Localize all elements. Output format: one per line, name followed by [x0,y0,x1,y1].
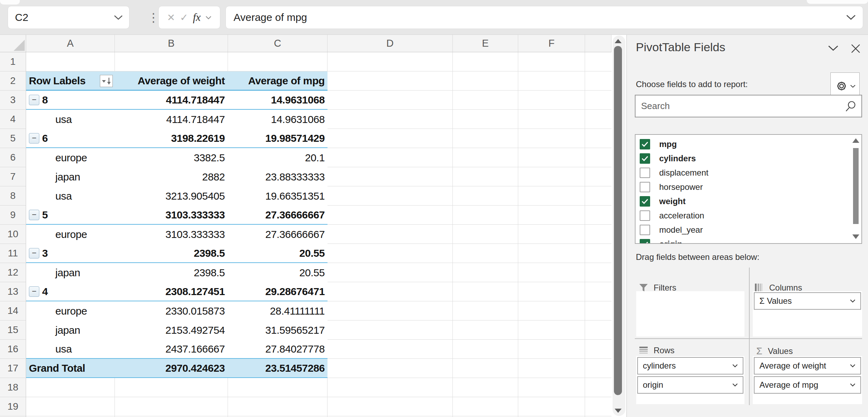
row-labels-filter-button[interactable] [100,75,113,87]
row-header-19[interactable]: 19 [0,397,26,416]
chevron-down-icon[interactable] [114,15,123,20]
scroll-up-icon[interactable] [615,39,622,43]
row-header-4[interactable]: 4 [0,110,26,129]
row-header-1[interactable]: 1 [0,52,26,71]
pivot-label-cell[interactable]: europe [26,301,115,321]
field-search-box[interactable] [635,95,862,117]
pivot-mpg-value[interactable]: 27.84027778 [228,340,328,358]
pivot-weight-value[interactable]: 2153.492754 [115,321,228,340]
field-item-origin[interactable]: origin [636,237,861,244]
pivot-mpg-value[interactable]: 27.36666667 [228,206,328,224]
unchecked-checkbox-icon[interactable] [640,210,650,221]
field-item-mpg[interactable]: mpg [636,137,861,151]
chevron-down-icon[interactable] [850,383,855,387]
column-header-C[interactable]: C [228,35,328,52]
name-box[interactable]: C2 [8,6,129,29]
pivot-label-cell[interactable]: usa [26,186,115,206]
collapse-pane-chevron-icon[interactable] [828,45,838,52]
cells-area[interactable]: Row Labels Average of weight Average of … [26,52,611,417]
scroll-up-icon[interactable] [852,138,859,143]
pivot-mpg-value[interactable]: 19.98571429 [228,129,328,147]
row-header-9[interactable]: 9 [0,206,26,225]
collapse-group-button[interactable]: − [29,133,39,144]
pivot-mpg-value[interactable]: 20.1 [228,148,328,167]
field-item-model_year[interactable]: model_year [636,223,861,237]
column-header-partial[interactable] [585,35,611,52]
chevron-down-icon[interactable] [850,299,855,303]
pivot-mpg-value[interactable]: 20.55 [228,244,328,262]
row-header-15[interactable]: 15 [0,321,26,340]
unchecked-checkbox-icon[interactable] [640,168,650,178]
scrollbar-thumb[interactable] [614,46,622,395]
scroll-down-icon[interactable] [615,409,622,413]
row-header-11[interactable]: 11 [0,244,26,263]
columns-dropzone[interactable]: Σ Values [753,291,862,337]
row-header-16[interactable]: 16 [0,340,26,359]
row-header-13[interactable]: 13 [0,282,26,301]
field-item-horsepower[interactable]: horsepower [636,180,861,194]
pivot-mpg-value[interactable]: 23.51457286 [228,359,328,377]
pivot-label-cell[interactable]: japan [26,263,115,282]
column-header-F[interactable]: F [518,35,585,52]
pivot-label-cell[interactable]: −4 [26,282,115,301]
pivot-weight-value[interactable]: 2970.424623 [115,359,228,377]
collapse-group-button[interactable]: − [29,248,39,258]
row-header-5[interactable]: 5 [0,129,26,148]
scroll-down-icon[interactable] [852,234,859,239]
scrollbar-thumb[interactable] [853,148,859,224]
unchecked-checkbox-icon[interactable] [640,225,650,235]
search-input[interactable] [641,101,845,111]
pivot-weight-value[interactable]: 3103.333333 [115,225,228,244]
pivot-header-row-labels-cell[interactable]: Row Labels [26,71,115,90]
column-header-D[interactable]: D [328,35,453,52]
formula-bar[interactable]: Average of mpg [226,6,863,29]
row-header-3[interactable]: 3 [0,91,26,110]
pivot-mpg-value[interactable]: 19.66351351 [228,186,328,206]
pivot-label-cell[interactable]: japan [26,167,115,186]
checked-checkbox-icon[interactable] [640,153,650,164]
pivot-weight-value[interactable]: 2308.127451 [115,282,228,301]
column-header-A[interactable]: A [26,35,115,52]
pivot-label-cell[interactable]: Grand Total [26,359,115,377]
pivot-header-mpg-cell[interactable]: Average of mpg [228,71,328,90]
pivot-weight-value[interactable]: 4114.718447 [115,91,228,109]
pivot-label-cell[interactable]: −3 [26,244,115,262]
chevron-down-icon[interactable] [732,364,738,368]
pivot-mpg-value[interactable]: 20.55 [228,263,328,282]
column-header-B[interactable]: B [115,35,228,52]
collapse-group-button[interactable]: − [29,95,39,105]
pivot-label-cell[interactable]: usa [26,110,115,129]
pivot-mpg-value[interactable]: 29.28676471 [228,282,328,301]
pivot-mpg-value[interactable]: 14.9631068 [228,110,328,129]
values-dropzone[interactable]: Average of weightAverage of mpg [753,356,862,404]
row-header-8[interactable]: 8 [0,186,26,206]
pivot-label-cell[interactable]: europe [26,225,115,244]
pivot-mpg-value[interactable]: 31.59565217 [228,321,328,340]
field-item-weight[interactable]: weight [636,194,861,208]
column-header-E[interactable]: E [453,35,518,52]
pivot-mpg-value[interactable]: 27.36666667 [228,225,328,244]
pivot-weight-value[interactable]: 2398.5 [115,263,228,282]
chevron-down-icon[interactable] [732,383,738,387]
row-header-2[interactable]: 2 [0,71,26,91]
pivot-label-cell[interactable]: japan [26,321,115,340]
pivot-weight-value[interactable]: 4114.718447 [115,110,228,129]
collapse-group-button[interactable]: − [29,210,39,220]
select-all-corner[interactable] [0,35,26,52]
collapse-group-button[interactable]: − [29,286,39,297]
field-pill-average-of-weight[interactable]: Average of weight [754,357,861,374]
field-item-displacement[interactable]: displacement [636,165,861,180]
chevron-down-icon[interactable] [850,364,855,368]
row-header-10[interactable]: 10 [0,225,26,244]
checked-checkbox-icon[interactable] [640,139,650,149]
field-item-acceleration[interactable]: acceleration [636,208,861,223]
chevron-down-icon[interactable] [205,16,212,20]
pivot-mpg-value[interactable]: 14.9631068 [228,91,328,109]
insert-function-icon[interactable]: fx [193,11,200,24]
field-pill-cylinders[interactable]: cylinders [637,357,743,374]
row-header-18[interactable]: 18 [0,378,26,397]
row-header-17[interactable]: 17 [0,359,26,378]
enter-icon[interactable]: ✓ [180,12,188,23]
pivot-label-cell[interactable]: usa [26,340,115,358]
pivot-weight-value[interactable]: 2437.166667 [115,340,228,358]
